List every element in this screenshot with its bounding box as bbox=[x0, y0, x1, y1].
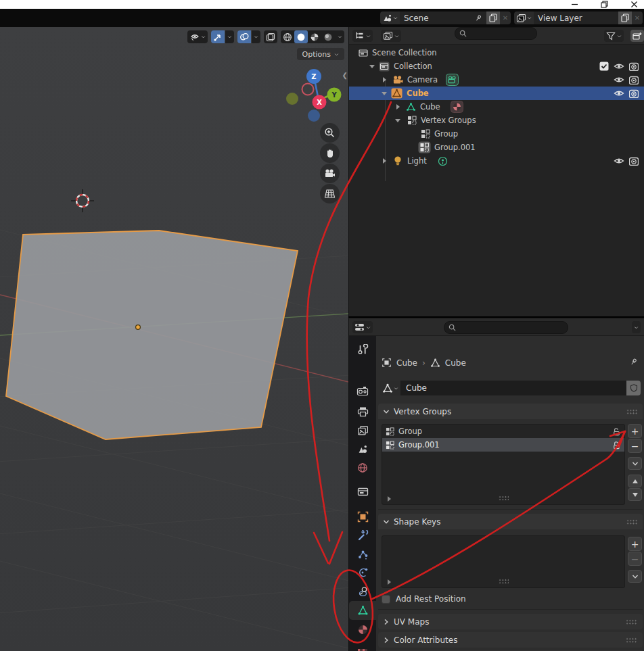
shading-wireframe-button[interactable] bbox=[281, 30, 294, 43]
vertex-group-row-group[interactable]: Group bbox=[382, 425, 624, 438]
render-visibility-icon[interactable] bbox=[629, 76, 639, 85]
shading-material-button[interactable] bbox=[308, 30, 321, 43]
pin-id-button[interactable] bbox=[629, 358, 638, 366]
tab-object[interactable] bbox=[349, 507, 376, 526]
remove-shape-key-button[interactable]: − bbox=[628, 552, 642, 566]
shading-dropdown-button[interactable] bbox=[335, 30, 344, 43]
render-visibility-icon[interactable] bbox=[629, 89, 639, 98]
tab-collection[interactable] bbox=[349, 482, 376, 501]
remove-vertex-group-button[interactable]: − bbox=[628, 439, 642, 453]
collapse-arrow[interactable] bbox=[369, 65, 375, 68]
properties-options-dropdown[interactable] bbox=[632, 321, 641, 333]
list-resize-grip[interactable] bbox=[499, 579, 509, 583]
mesh-name-input[interactable]: Cube bbox=[400, 381, 626, 395]
outliner-search-input[interactable] bbox=[455, 27, 537, 40]
tab-material[interactable] bbox=[349, 620, 376, 639]
light-data-badge[interactable] bbox=[437, 155, 448, 167]
zoom-button[interactable] bbox=[320, 123, 340, 143]
add-rest-position-checkbox[interactable] bbox=[382, 595, 390, 604]
move-vertex-group-up-button[interactable] bbox=[628, 475, 642, 487]
hide-eye-icon[interactable] bbox=[614, 62, 624, 70]
tree-row-cube-selected[interactable]: Cube bbox=[349, 87, 644, 100]
tab-tool[interactable] bbox=[349, 340, 376, 359]
tab-scene[interactable] bbox=[349, 439, 376, 458]
breadcrumb-object[interactable]: Cube bbox=[396, 358, 417, 368]
move-vertex-group-down-button[interactable] bbox=[628, 488, 642, 501]
vertex-group-specials-button[interactable] bbox=[628, 457, 642, 470]
visibility-dropdown-button[interactable] bbox=[187, 30, 208, 43]
panel-grip[interactable] bbox=[626, 619, 637, 625]
material-badge[interactable] bbox=[451, 101, 463, 113]
shape-keys-panel-header[interactable]: Shape Keys bbox=[378, 514, 643, 529]
gizmo-axis-neg-z[interactable] bbox=[308, 110, 320, 122]
shading-solid-button[interactable] bbox=[294, 30, 308, 43]
tab-render[interactable] bbox=[349, 381, 376, 400]
outliner-display-mode-button[interactable] bbox=[381, 30, 401, 42]
fake-user-button[interactable] bbox=[626, 381, 641, 395]
outliner-filter-button[interactable] bbox=[604, 30, 624, 42]
vertex-group-row-group-001[interactable]: Group.001 bbox=[382, 438, 624, 452]
gizmo-axis-neg-x[interactable] bbox=[302, 84, 314, 95]
properties-search-input[interactable] bbox=[444, 321, 568, 334]
scene-browse-button[interactable] bbox=[380, 11, 400, 24]
view-layer-name-field[interactable]: View Layer bbox=[534, 11, 618, 24]
view-layer-browse-button[interactable] bbox=[514, 11, 534, 24]
add-shape-key-button[interactable]: + bbox=[628, 537, 642, 551]
render-visibility-icon[interactable] bbox=[629, 157, 639, 166]
viewport-3d[interactable]: Options ❮ Z Y X bbox=[0, 27, 348, 651]
outliner-editor-type-button[interactable] bbox=[352, 30, 373, 42]
tree-row-cube-mesh[interactable]: Cube bbox=[349, 100, 644, 114]
uv-maps-panel-header[interactable]: UV Maps bbox=[378, 614, 643, 629]
expand-arrow[interactable] bbox=[383, 77, 386, 82]
pin-icon[interactable] bbox=[474, 14, 482, 22]
view-layer-remove-button[interactable]: ✕ bbox=[632, 11, 643, 24]
hide-eye-icon[interactable] bbox=[614, 157, 624, 165]
scene-name-field[interactable]: Scene bbox=[400, 11, 486, 24]
navigation-gizmo[interactable]: Z Y X bbox=[274, 64, 345, 132]
window-close-button[interactable] bbox=[626, 0, 641, 9]
list-filter-expand-arrow[interactable] bbox=[388, 496, 391, 502]
tree-row-group-001[interactable]: Group.001 bbox=[349, 141, 644, 154]
render-visibility-icon[interactable] bbox=[629, 62, 639, 71]
tree-row-group[interactable]: Group bbox=[349, 127, 644, 141]
window-restore-button[interactable] bbox=[597, 0, 612, 9]
exclude-checkbox[interactable] bbox=[599, 62, 609, 71]
shape-keys-list[interactable] bbox=[382, 535, 625, 588]
tab-modifiers[interactable] bbox=[349, 526, 376, 545]
show-gizmos-toggle[interactable] bbox=[211, 30, 225, 43]
perspective-toggle-button[interactable] bbox=[320, 184, 340, 203]
tab-view-layer[interactable] bbox=[349, 421, 376, 440]
tab-object-data-active[interactable] bbox=[349, 601, 376, 620]
collapse-arrow[interactable] bbox=[382, 92, 387, 95]
cube-object[interactable] bbox=[6, 231, 298, 439]
shading-rendered-button[interactable] bbox=[321, 30, 335, 43]
tab-constraints[interactable] bbox=[349, 582, 376, 601]
breadcrumb-data[interactable]: Cube bbox=[445, 358, 466, 368]
camera-view-button[interactable] bbox=[320, 164, 340, 183]
mesh-browse-button[interactable] bbox=[380, 381, 400, 395]
tab-world[interactable] bbox=[349, 458, 376, 477]
overlays-dropdown-button[interactable] bbox=[252, 30, 260, 43]
vertex-groups-list[interactable]: Group Group.001 bbox=[382, 424, 625, 505]
list-filter-expand-arrow[interactable] bbox=[388, 579, 391, 585]
tree-row-collection[interactable]: Collection bbox=[349, 59, 644, 73]
color-attributes-panel-header[interactable]: Color Attributes bbox=[378, 632, 643, 648]
view-layer-new-copy-button[interactable] bbox=[618, 11, 632, 24]
gizmos-dropdown-button[interactable] bbox=[225, 30, 234, 43]
lock-open-icon[interactable] bbox=[612, 440, 621, 450]
xray-toggle[interactable] bbox=[264, 30, 277, 43]
expand-arrow[interactable] bbox=[396, 104, 400, 110]
move-view-button[interactable] bbox=[320, 143, 340, 163]
tree-row-vertex-groups[interactable]: Vertex Groups bbox=[349, 114, 644, 127]
shape-key-specials-button[interactable] bbox=[628, 570, 642, 583]
scene-unlink-button[interactable]: ✕ bbox=[500, 11, 511, 24]
collapse-arrow[interactable] bbox=[395, 119, 400, 122]
tab-output[interactable] bbox=[349, 402, 376, 421]
tab-particles[interactable] bbox=[349, 545, 376, 564]
panel-grip[interactable] bbox=[626, 519, 638, 525]
gizmo-axis-neg-y[interactable] bbox=[286, 93, 298, 105]
show-overlays-toggle[interactable] bbox=[237, 30, 251, 43]
hide-eye-icon[interactable] bbox=[614, 76, 624, 84]
tab-texture[interactable] bbox=[349, 644, 376, 651]
lock-open-icon[interactable] bbox=[612, 427, 621, 436]
